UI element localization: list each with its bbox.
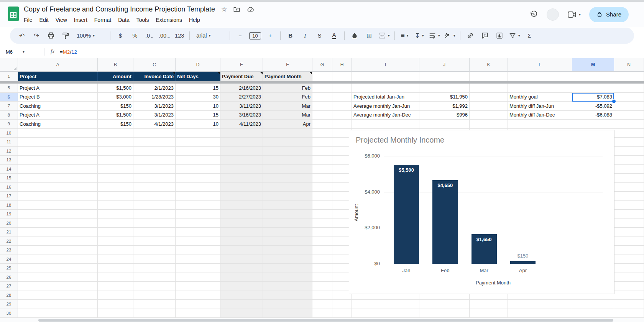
cell-E10[interactable] (220, 129, 263, 138)
text-wrapping-icon[interactable]: ▾ (427, 30, 441, 41)
text-rotation-icon[interactable]: ▾ (443, 30, 457, 41)
cell-N10[interactable] (614, 129, 644, 138)
formula-input[interactable]: =M2/12 (60, 49, 77, 55)
cell-B9[interactable]: $150 (98, 120, 133, 129)
cell-H5[interactable] (332, 84, 352, 93)
cell-N14[interactable] (614, 165, 644, 174)
cell-A22[interactable] (18, 237, 98, 246)
cell-E28[interactable] (220, 291, 263, 300)
cell-B30[interactable] (98, 309, 133, 318)
cell-C13[interactable] (133, 156, 176, 165)
cell-C8[interactable]: 3/1/2023 (133, 111, 176, 120)
borders-icon[interactable]: ⊞ (363, 30, 376, 41)
column-header-I[interactable]: I (352, 58, 419, 72)
cell-B23[interactable] (98, 246, 133, 255)
cell-D16[interactable] (176, 183, 220, 192)
cell-I30[interactable] (352, 309, 419, 318)
cell-N27[interactable] (614, 282, 644, 291)
cell-N13[interactable] (614, 156, 644, 165)
functions-button[interactable]: Σ (523, 30, 536, 41)
cell-H29[interactable] (332, 300, 352, 309)
cell-C7[interactable]: 3/1/2023 (133, 102, 176, 111)
row-header-19[interactable]: 19 (0, 210, 18, 219)
create-filter-icon[interactable]: ▾ (508, 30, 521, 41)
increase-decimal-places-button[interactable]: .00→ (158, 30, 171, 41)
cell-B7[interactable]: $150 (98, 102, 133, 111)
cell-N12[interactable] (614, 147, 644, 156)
cell-F28[interactable] (263, 291, 312, 300)
font-size-input-button[interactable]: 10 (248, 30, 262, 41)
cell-C15[interactable] (133, 174, 176, 183)
decrease-font-size-button[interactable]: − (233, 30, 246, 41)
cell-E22[interactable] (220, 237, 263, 246)
cell-N8[interactable] (614, 111, 644, 120)
column-header-M[interactable]: M (572, 58, 614, 72)
cell-E6[interactable]: 2/27/2023 (220, 93, 263, 102)
cell-G1[interactable] (312, 72, 332, 81)
cell-B13[interactable] (98, 156, 133, 165)
cell-E29[interactable] (220, 300, 263, 309)
cell-I1[interactable] (352, 72, 419, 81)
cell-A7[interactable]: Coaching (18, 102, 98, 111)
cell-G25[interactable] (312, 264, 332, 273)
row-header-5[interactable]: 5 (0, 84, 18, 93)
menu-view[interactable]: View (52, 16, 71, 24)
column-header-A[interactable]: A (18, 58, 98, 72)
menu-extensions[interactable]: Extensions (152, 16, 185, 24)
cell-N24[interactable] (614, 255, 644, 264)
cell-M30[interactable] (572, 309, 614, 318)
cell-M1[interactable] (572, 72, 614, 81)
cell-D5[interactable]: 15 (176, 84, 220, 93)
row-header-15[interactable]: 15 (0, 174, 18, 183)
horizontal-scrollbar[interactable] (0, 318, 644, 322)
cell-K29[interactable] (470, 300, 508, 309)
join-call-button[interactable]: ▾ (567, 11, 581, 18)
cell-D24[interactable] (176, 255, 220, 264)
cell-C1[interactable]: Invoice Date (133, 72, 176, 81)
cell-D23[interactable] (176, 246, 220, 255)
menu-help[interactable]: Help (186, 16, 204, 24)
cell-N15[interactable] (614, 174, 644, 183)
cell-A23[interactable] (18, 246, 98, 255)
cell-F9[interactable]: Apr (263, 120, 312, 129)
cell-K8[interactable] (470, 111, 508, 120)
row-header-17[interactable]: 17 (0, 192, 18, 201)
cell-F24[interactable] (263, 255, 312, 264)
cell-E23[interactable] (220, 246, 263, 255)
cell-D17[interactable] (176, 192, 220, 201)
row-header-21[interactable]: 21 (0, 228, 18, 237)
cell-F5[interactable]: Feb (263, 84, 312, 93)
name-box[interactable]: M6 ▾ (0, 49, 44, 55)
horizontal-align-icon[interactable]: ≡▾ (398, 30, 411, 41)
cell-C12[interactable] (133, 147, 176, 156)
vertical-align-icon[interactable]: ↧▾ (413, 30, 426, 41)
row-header-29[interactable]: 29 (0, 300, 18, 309)
cell-D11[interactable] (176, 138, 220, 147)
cell-D14[interactable] (176, 165, 220, 174)
cell-N5[interactable] (614, 84, 644, 93)
cell-B5[interactable]: $1,500 (98, 84, 133, 93)
cell-C26[interactable] (133, 273, 176, 282)
cell-A20[interactable] (18, 219, 98, 228)
cell-G16[interactable] (312, 183, 332, 192)
column-header-J[interactable]: J (419, 58, 470, 72)
cell-C25[interactable] (133, 264, 176, 273)
cell-A27[interactable] (18, 282, 98, 291)
cell-G30[interactable] (312, 309, 332, 318)
cell-A10[interactable] (18, 129, 98, 138)
cell-F21[interactable] (263, 228, 312, 237)
cell-M29[interactable] (572, 300, 614, 309)
cell-J30[interactable] (419, 309, 470, 318)
cell-N29[interactable] (614, 300, 644, 309)
cell-I7[interactable]: Average monthly Jan-Jun (352, 102, 419, 111)
row-header-9[interactable]: 9 (0, 120, 18, 129)
undo-icon[interactable]: ↶ (15, 30, 28, 41)
cell-D7[interactable]: 10 (176, 102, 220, 111)
row-header-14[interactable]: 14 (0, 165, 18, 174)
cell-C30[interactable] (133, 309, 176, 318)
cell-A19[interactable] (18, 210, 98, 219)
cell-C11[interactable] (133, 138, 176, 147)
cell-K9[interactable] (470, 120, 508, 129)
cell-B15[interactable] (98, 174, 133, 183)
cell-B28[interactable] (98, 291, 133, 300)
